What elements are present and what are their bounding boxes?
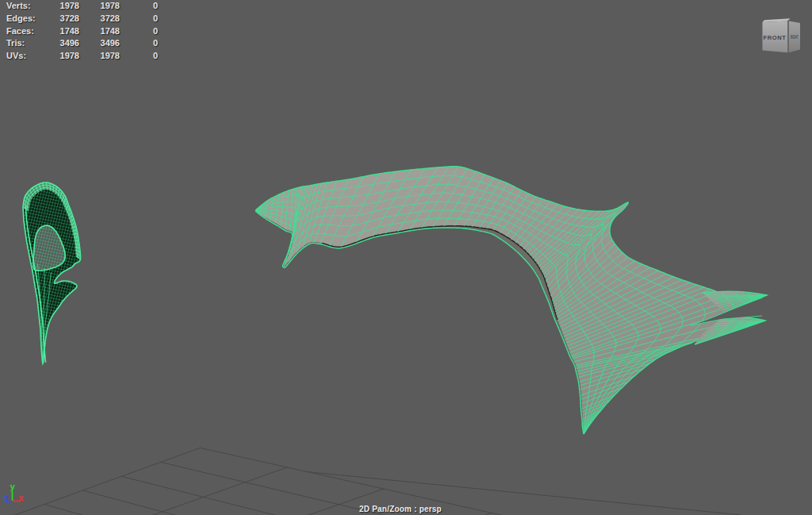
view-cube-front-label[interactable]: FRONT	[764, 34, 787, 41]
hud-stat-value-component: 0	[110, 1, 158, 10]
axis-y-label: y	[10, 482, 16, 491]
hud-row: Faces: 1748 1748 0	[6, 26, 213, 39]
view-axis-gizmo: y x z	[4, 482, 25, 502]
viewport-3d[interactable]: y x z FRONT RIGHT Verts: 1978 1978 0 Edg…	[0, 0, 812, 515]
hud-stat-label: Tris:	[6, 38, 25, 48]
hud-stat-label: Verts:	[6, 1, 31, 10]
hud-stat-value-component: 0	[110, 51, 158, 60]
hud-row: UVs: 1978 1978 0	[6, 51, 213, 63]
mesh-left-wireframe[interactable]	[16, 175, 87, 369]
hud-stat-value-component: 0	[110, 26, 158, 36]
scene-canvas: y x z FRONT RIGHT	[0, 0, 812, 515]
hud-stat-value-component: 0	[110, 13, 158, 23]
mesh-right-wireframe[interactable]	[255, 167, 767, 434]
hud-stat-label: UVs:	[6, 51, 26, 60]
axis-x-label: x	[18, 494, 24, 502]
hud-row: Verts: 1978 1978 0	[6, 1, 213, 13]
hud-stat-value-component: 0	[110, 38, 158, 48]
hud-row: Tris: 3496 3496 0	[6, 38, 213, 51]
panzoom-status-label: 2D Pan/Zoom : persp	[0, 505, 801, 513]
view-cube[interactable]: FRONT RIGHT	[763, 18, 801, 52]
poly-count-hud: Verts: 1978 1978 0 Edges: 3728 3728 0 Fa…	[6, 1, 213, 63]
hud-stat-label: Faces:	[6, 26, 34, 36]
right-mesh-surface-fill	[255, 167, 728, 434]
hud-row: Edges: 3728 3728 0	[6, 13, 213, 26]
view-cube-right-label[interactable]: RIGHT	[791, 33, 799, 40]
axis-z-label: z	[4, 494, 9, 502]
maya-viewport-window: { "hud": { "rows": [ { "label": "Verts:"…	[0, 0, 812, 515]
